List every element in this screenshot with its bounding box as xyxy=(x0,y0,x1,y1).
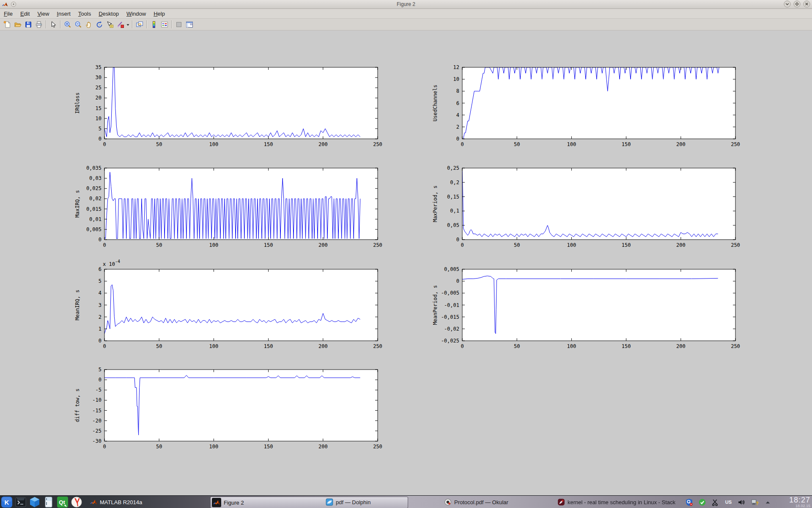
x-tick-label: 250 xyxy=(731,242,740,248)
x-tick-label: 100 xyxy=(209,343,219,349)
system-tray: US? xyxy=(685,496,772,508)
x-tick-label: 100 xyxy=(567,242,576,248)
y-tick-label: 20 xyxy=(96,95,102,101)
x-tick-label: 250 xyxy=(373,242,382,248)
tray-keyboard-us-icon[interactable]: US xyxy=(724,498,732,506)
x-tick-label: 100 xyxy=(567,343,576,349)
y-tick-label: 4 xyxy=(99,290,102,296)
x-tick-label: 250 xyxy=(373,141,382,147)
toolbar-brush-button[interactable] xyxy=(115,19,126,29)
plot-meanperiod: 050100150200250-0,025-0,02-0,015-0,01-0,… xyxy=(424,257,746,356)
task-pdf-dolphin[interactable]: pdf — Dolphin xyxy=(326,497,431,508)
x-tick-label: 50 xyxy=(514,343,520,349)
launcher-package-icon[interactable] xyxy=(43,497,54,508)
launcher-cube-icon[interactable] xyxy=(29,497,40,508)
launcher-konsole-icon[interactable] xyxy=(15,497,26,508)
x-tick-label: 250 xyxy=(373,343,382,349)
x-tick-label: 0 xyxy=(461,141,464,147)
maximize-button[interactable] xyxy=(793,0,801,8)
y-axis-label: diff tow, s xyxy=(74,389,80,422)
menu-item-insert[interactable]: Insert xyxy=(53,10,74,18)
tray-klipper-scissors-icon[interactable] xyxy=(711,498,719,506)
launcher-yandex-browser-icon[interactable] xyxy=(71,497,82,508)
svg-text:Qt: Qt xyxy=(59,499,65,505)
y-tick-label: 10 xyxy=(96,116,102,121)
toolbar-zoom-in-button[interactable] xyxy=(62,19,73,29)
x-tick-label: 200 xyxy=(318,242,328,248)
plot-usedchannels: 050100150200250024681012UsedChannels xyxy=(424,55,746,155)
y-axis-label: MaxIRQ, s xyxy=(74,190,80,218)
toolbar-data-cursor-button[interactable] xyxy=(104,19,115,29)
toolbar-edit-plot-button[interactable] xyxy=(48,19,58,29)
x-tick-label: 250 xyxy=(731,141,740,147)
toolbar-insert-colorbar-button[interactable] xyxy=(148,19,159,29)
toolbar-show-plot-tools-button[interactable] xyxy=(184,19,195,29)
x-tick-label: 250 xyxy=(373,444,382,450)
y-tick-label: -5 xyxy=(96,387,102,393)
x-tick-label: 50 xyxy=(156,141,162,147)
menu-item-file[interactable]: File xyxy=(0,10,16,18)
toolbar-save-figure-button[interactable] xyxy=(23,19,33,29)
task-label: kernel - real time scheduling in Linux -… xyxy=(568,499,675,505)
task-label: MATLAB R2014a xyxy=(100,499,142,505)
tray-expand-arrow-icon[interactable] xyxy=(764,498,772,506)
x-tick-label: 50 xyxy=(156,444,162,450)
matlab-icon xyxy=(90,498,97,506)
x-tick-label: 150 xyxy=(264,242,273,248)
clock-date: 18.02.15 xyxy=(796,504,810,508)
menu-item-edit[interactable]: Edit xyxy=(16,10,33,18)
y-tick-label: 1 xyxy=(99,326,102,332)
launcher-kde-menu-icon[interactable]: K xyxy=(1,497,12,508)
axes-background xyxy=(462,168,735,240)
tray-volume-icon[interactable] xyxy=(738,498,746,506)
menu-item-help[interactable]: Help xyxy=(150,10,169,18)
y-tick-label: 30 xyxy=(96,75,102,80)
toolbar-open-file-button[interactable] xyxy=(12,19,23,29)
taskbar-clock[interactable]: 18:27 18.02.15 xyxy=(789,496,810,508)
toolbar-brush-dropdown[interactable] xyxy=(126,19,130,29)
menu-item-desktop[interactable]: Desktop xyxy=(95,10,123,18)
toolbar-print-figure-button[interactable] xyxy=(33,19,44,29)
toolbar-insert-legend-button[interactable] xyxy=(159,19,170,29)
toolbar-pan-button[interactable] xyxy=(83,19,94,29)
y-tick-label: -30 xyxy=(92,438,102,444)
toolbar-zoom-out-button[interactable] xyxy=(73,19,83,29)
x-tick-label: 100 xyxy=(567,141,576,147)
launcher-qt-icon[interactable]: Qt xyxy=(57,497,68,508)
menu-item-window[interactable]: Window xyxy=(123,10,150,18)
y-tick-label: -0,01 xyxy=(444,302,459,308)
x-tick-label: 250 xyxy=(731,343,740,349)
axes-background xyxy=(462,67,735,139)
y-tick-label: -15 xyxy=(92,408,102,414)
task-matlab-r2014a[interactable]: MATLAB R2014a xyxy=(90,497,195,508)
window-title: Figure 2 xyxy=(0,1,812,7)
toolbar-link-plot-button[interactable] xyxy=(134,19,145,29)
toolbar-new-figure-button[interactable] xyxy=(2,19,12,29)
y-tick-label: 25 xyxy=(96,85,102,91)
task-label: Figure 2 xyxy=(224,500,244,506)
task-protocol-pdf-okular[interactable]: Protocol.pdf — Okular xyxy=(444,497,560,508)
x-tick-label: 0 xyxy=(103,343,106,349)
y-tick-label: 0,025 xyxy=(86,185,102,191)
tray-search-shield-icon[interactable] xyxy=(685,498,693,506)
toolbar-hide-plot-tools-button[interactable] xyxy=(173,19,184,29)
toolbar-rotate-3d-button[interactable] xyxy=(94,19,104,29)
y-axis-label: MeanIRQ, s xyxy=(74,290,80,320)
axis-exponent-label: x 10-4 xyxy=(103,259,120,267)
tray-network-question-icon[interactable]: ? xyxy=(751,498,759,506)
x-tick-label: 200 xyxy=(676,242,686,248)
minimize-button[interactable] xyxy=(784,0,791,8)
close-button[interactable] xyxy=(803,0,810,8)
y-axis-label: MeanPeriod, s xyxy=(432,285,438,325)
plot-maxirq: 05010015020025000,0050,010,0150,020,0250… xyxy=(66,155,388,255)
y-tick-label: 5 xyxy=(99,278,102,284)
axes-background xyxy=(104,168,378,240)
y-tick-label: 0,015 xyxy=(86,206,102,212)
menu-item-view[interactable]: View xyxy=(33,10,53,18)
y-tick-label: 35 xyxy=(96,64,102,70)
y-tick-label: 5 xyxy=(99,126,102,132)
tray-sync-ok-icon[interactable] xyxy=(698,498,706,506)
x-tick-label: 100 xyxy=(209,242,219,248)
menu-item-tools[interactable]: Tools xyxy=(74,10,95,18)
y-tick-label: 2 xyxy=(99,314,102,320)
